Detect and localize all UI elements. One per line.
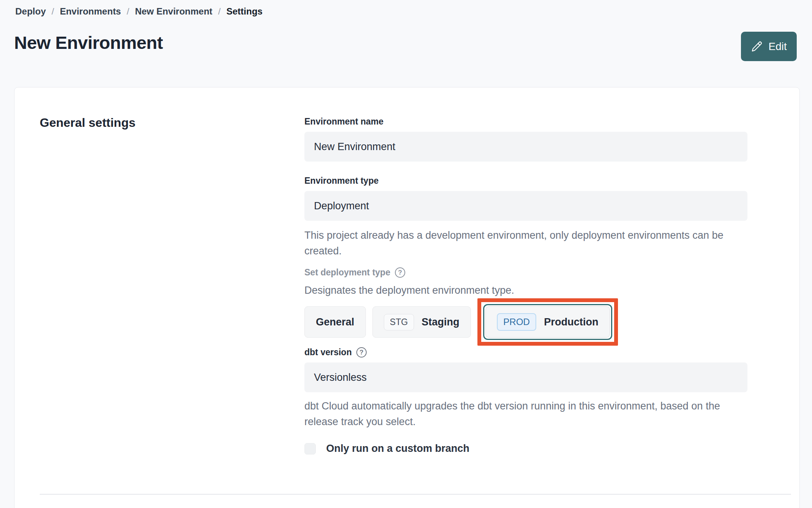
custom-branch-label: Only run on a custom branch <box>326 443 469 455</box>
environment-name-input[interactable]: New Environment <box>304 132 747 162</box>
environment-name-label-text: Environment name <box>304 116 383 127</box>
section-title: General settings <box>40 116 136 130</box>
option-staging-label: Staging <box>422 316 459 328</box>
dbt-version-helper: dbt Cloud automatically upgrades the dbt… <box>304 398 747 430</box>
environment-name-value: New Environment <box>314 141 395 153</box>
dbt-version-input[interactable]: Versionless <box>304 362 747 392</box>
environment-type-helper: This project already has a development e… <box>304 228 747 259</box>
edit-button-label: Edit <box>768 40 787 53</box>
option-general-label: General <box>316 316 354 328</box>
section-divider <box>40 494 791 495</box>
environment-type-input[interactable]: Deployment <box>304 191 747 221</box>
pencil-icon <box>751 40 763 52</box>
environment-type-label-text: Environment type <box>304 175 379 186</box>
prod-badge: PROD <box>497 313 536 331</box>
option-general-button[interactable]: General <box>304 306 366 338</box>
environment-name-label: Environment name <box>304 116 747 127</box>
selected-option-ring: PROD Production <box>483 304 612 340</box>
deployment-type-helper: Designates the deployment environment ty… <box>304 283 747 298</box>
deployment-type-label-text: Set deployment type <box>304 267 390 278</box>
edit-button[interactable]: Edit <box>741 32 797 61</box>
breadcrumb-environments[interactable]: Environments <box>60 6 121 17</box>
annotation-highlight-box: PROD Production <box>477 298 618 346</box>
breadcrumb-settings-current: Settings <box>226 6 263 17</box>
breadcrumb-deploy[interactable]: Deploy <box>15 6 46 17</box>
settings-form: Environment name New Environment Environ… <box>304 116 747 455</box>
breadcrumb-separator: / <box>218 6 221 17</box>
option-staging-button[interactable]: STG Staging <box>372 306 471 338</box>
breadcrumb-new-environment[interactable]: New Environment <box>135 6 212 17</box>
environment-type-label: Environment type <box>304 175 747 186</box>
environment-type-value: Deployment <box>314 200 369 212</box>
breadcrumb-separator: / <box>127 6 129 17</box>
option-production-label: Production <box>544 316 598 328</box>
general-settings-card: General settings Environment name New En… <box>14 87 800 508</box>
page-title: New Environment <box>14 32 163 53</box>
deployment-type-options: General STG Staging PROD Production <box>304 298 747 346</box>
option-production-button[interactable]: PROD Production <box>485 306 610 338</box>
dbt-version-label-text: dbt version <box>304 346 352 358</box>
custom-branch-row: Only run on a custom branch <box>304 443 747 455</box>
staging-badge: STG <box>384 314 414 330</box>
breadcrumb-separator: / <box>52 6 54 17</box>
help-icon[interactable]: ? <box>395 267 405 278</box>
custom-branch-checkbox[interactable] <box>304 443 316 455</box>
breadcrumb: Deploy / Environments / New Environment … <box>15 6 262 17</box>
help-icon[interactable]: ? <box>356 347 367 358</box>
deployment-type-label: Set deployment type ? <box>304 267 747 278</box>
dbt-version-value: Versionless <box>314 372 367 383</box>
dbt-version-label: dbt version ? <box>304 346 747 358</box>
